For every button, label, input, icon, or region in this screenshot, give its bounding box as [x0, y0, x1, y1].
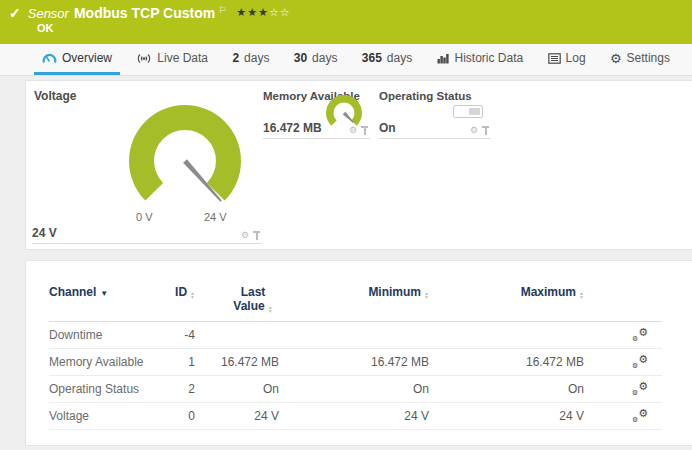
live-signal-icon	[136, 53, 152, 64]
tab-label: days	[312, 51, 337, 65]
table-header-row: Channel▼ ID▲▼ Last Value▲▼ Minimum▲▼ Max…	[49, 285, 662, 322]
table-row-memory-available[interactable]: Memory Available 1 16.472 MB 16.472 MB 1…	[49, 349, 662, 376]
operating-status-tile[interactable]: Operating Status On ⚙	[379, 90, 491, 139]
voltage-gauge-dial	[120, 104, 250, 222]
channel-maximum: 16.472 MB	[429, 355, 584, 369]
sort-active-icon: ▼	[100, 289, 108, 298]
channel-id: -4	[167, 328, 195, 342]
tab-number: 365	[362, 51, 382, 65]
overview-content: Voltage 0 V 24 V 24 V ⚙ Memory Available…	[0, 76, 692, 446]
channel-id: 2	[167, 382, 195, 396]
priority-stars[interactable]: ★★★☆☆	[236, 6, 290, 19]
table-row-operating-status[interactable]: Operating Status 2 On On On ⚙⚙	[49, 376, 662, 403]
tab-settings[interactable]: ⚙ Settings	[602, 44, 678, 75]
gauge-scale-min: 0 V	[136, 211, 153, 223]
channel-settings-gear-icon[interactable]: ⚙	[241, 231, 249, 240]
channel-name: Downtime	[49, 328, 167, 342]
sensor-title: Modbus TCP Custom	[74, 5, 215, 21]
pin-icon[interactable]	[253, 231, 260, 240]
channel-last-value: 24 V	[195, 409, 279, 423]
gauge-value: 16.472 MB	[263, 121, 322, 135]
channel-settings-icon[interactable]: ⚙⚙	[632, 327, 648, 341]
channel-settings-icon[interactable]: ⚙⚙	[632, 354, 648, 368]
pin-icon[interactable]	[482, 126, 489, 135]
tab-overview[interactable]: Overview	[34, 44, 120, 75]
tab-label: Settings	[627, 51, 670, 65]
table-row-downtime[interactable]: Downtime -4 ⚙⚙	[49, 322, 662, 349]
stars-filled: ★★★	[236, 6, 269, 18]
sort-icon: ▲▼	[268, 305, 273, 313]
status-badge: OK	[37, 22, 692, 34]
gauge-needle	[343, 112, 354, 123]
column-label: Maximum	[521, 285, 576, 299]
channel-settings-icon[interactable]: ⚙⚙	[632, 408, 648, 422]
stars-empty: ☆☆	[269, 6, 291, 18]
channel-id: 1	[167, 355, 195, 369]
channel-settings-icon[interactable]: ⚙⚙	[632, 381, 648, 395]
channel-last-value: On	[195, 382, 279, 396]
column-label: Last Value	[233, 285, 265, 313]
voltage-gauge-tile[interactable]: Voltage 0 V 24 V 24 V ⚙	[32, 86, 262, 244]
pin-icon[interactable]	[361, 126, 368, 135]
priority-flag-icon[interactable]: ⚐	[218, 5, 226, 15]
gauge-icon	[42, 52, 57, 64]
channels-panel: Channel▼ ID▲▼ Last Value▲▼ Minimum▲▼ Max…	[25, 260, 692, 446]
sort-icon: ▲▼	[579, 291, 584, 299]
tab-number: 2	[232, 51, 239, 65]
sensor-header: ✓ Sensor Modbus TCP Custom ⚐ ★★★☆☆ OK	[0, 0, 692, 44]
tab-365-days[interactable]: 365 days	[354, 44, 420, 75]
toggle-switch-icon	[453, 105, 483, 118]
channel-name: Memory Available	[49, 355, 167, 369]
tab-log[interactable]: Log	[540, 44, 594, 75]
channel-minimum: 24 V	[279, 409, 429, 423]
gear-icon: ⚙	[610, 52, 622, 65]
column-header-maximum[interactable]: Maximum▲▼	[429, 285, 584, 299]
column-label: Channel	[49, 285, 96, 299]
column-label: ID	[175, 285, 187, 299]
bar-chart-icon	[437, 53, 450, 64]
gauge-scale-max: 24 V	[204, 211, 227, 223]
table-row-voltage[interactable]: Voltage 0 24 V 24 V 24 V ⚙⚙	[49, 403, 662, 430]
channel-minimum: 16.472 MB	[279, 355, 429, 369]
tab-label: days	[244, 51, 269, 65]
column-label: Minimum	[368, 285, 421, 299]
gauge-title: Voltage	[34, 89, 76, 103]
gauge-title: Operating Status	[379, 90, 472, 102]
tab-label: Live Data	[157, 51, 208, 65]
gauge-value: 24 V	[32, 226, 57, 240]
tab-label: Log	[566, 51, 586, 65]
column-header-minimum[interactable]: Minimum▲▼	[279, 285, 429, 299]
sensor-kind-label: Sensor	[28, 6, 69, 21]
channel-settings-gear-icon[interactable]: ⚙	[470, 126, 478, 135]
channel-settings-gear-icon[interactable]: ⚙	[349, 126, 357, 135]
column-header-id[interactable]: ID▲▼	[167, 285, 195, 299]
tab-label: Historic Data	[455, 51, 524, 65]
channel-name: Operating Status	[49, 382, 167, 396]
gauges-panel: Voltage 0 V 24 V 24 V ⚙ Memory Available…	[25, 80, 692, 250]
tab-30-days[interactable]: 30 days	[286, 44, 346, 75]
column-header-last-value[interactable]: Last Value▲▼	[195, 285, 279, 313]
status-ok-check-icon: ✓	[9, 5, 21, 21]
gauge-value: On	[379, 121, 396, 135]
channel-maximum: On	[429, 382, 584, 396]
tab-label: Overview	[62, 51, 112, 65]
column-header-channel[interactable]: Channel▼	[49, 285, 167, 299]
tab-historic-data[interactable]: Historic Data	[429, 44, 532, 75]
channel-minimum: On	[279, 382, 429, 396]
tab-label: days	[387, 51, 412, 65]
channel-id: 0	[167, 409, 195, 423]
channel-name: Voltage	[49, 409, 167, 423]
channels-table: Channel▼ ID▲▼ Last Value▲▼ Minimum▲▼ Max…	[49, 285, 662, 430]
tab-2-days[interactable]: 2 days	[224, 44, 277, 75]
channel-maximum: 24 V	[429, 409, 584, 423]
tab-number: 30	[294, 51, 307, 65]
memory-gauge-tile[interactable]: Memory Available 16.472 MB ⚙	[263, 90, 370, 139]
log-icon	[548, 53, 561, 64]
tab-live-data[interactable]: Live Data	[128, 44, 216, 75]
channel-last-value: 16.472 MB	[195, 355, 279, 369]
tab-bar: Overview Live Data 2 days 30 days 365 da…	[0, 44, 692, 76]
